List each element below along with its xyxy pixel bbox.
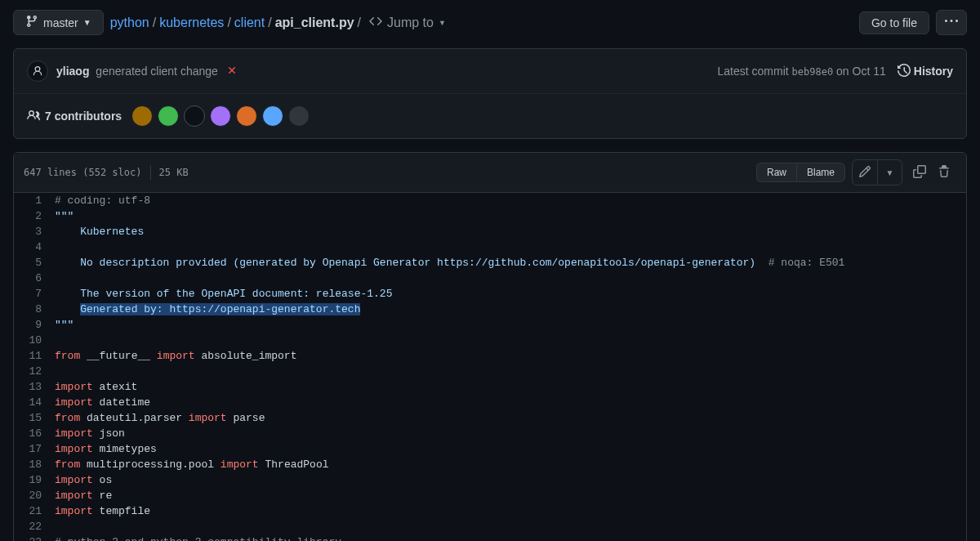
line-content[interactable]: The version of the OpenAPI document: rel… [55,286,966,302]
raw-button[interactable]: Raw [756,163,796,182]
line-number[interactable]: 14 [14,395,55,410]
contributor-avatar[interactable] [131,105,153,127]
code-line: 12 [14,364,966,379]
line-content[interactable]: No description provided (generated by Op… [55,255,966,270]
line-content[interactable]: """ [55,317,966,333]
line-content[interactable]: import os [55,472,966,488]
caret-down-icon: ▼ [439,19,446,27]
line-content[interactable]: # coding: utf-8 [55,193,966,208]
file-lines: 647 lines (552 sloc) [24,167,142,178]
contributor-avatars [131,105,310,127]
copy-button[interactable] [907,160,932,185]
contributors-row: 7 contributors [14,94,966,138]
code-view[interactable]: 1# coding: utf-82"""3 Kubernetes4 5 No d… [14,193,966,541]
code-line: 17import mimetypes [14,441,966,457]
code-line: 22 [14,519,966,534]
contributor-avatar[interactable] [236,105,257,127]
code-line: 15from dateutil.parser import parse [14,410,966,426]
line-content[interactable] [55,239,966,255]
breadcrumb-link[interactable]: python [110,16,149,30]
line-content[interactable]: # python 2 and python 3 compatibility li… [55,534,966,541]
line-number[interactable]: 8 [14,302,55,317]
code-line: 18from multiprocessing.pool import Threa… [14,457,966,472]
status-x-icon[interactable] [226,65,238,78]
line-content[interactable]: import datetime [55,395,966,410]
line-number[interactable]: 5 [14,255,55,270]
breadcrumb-link[interactable]: kubernetes [159,16,224,30]
line-number[interactable]: 3 [14,224,55,239]
contributor-avatar[interactable] [184,105,205,127]
breadcrumb-link[interactable]: client [234,16,265,30]
line-content[interactable]: import re [55,488,966,503]
line-content[interactable] [55,364,966,379]
jump-to-dropdown[interactable]: Jump to ▼ [369,15,446,31]
file-info-header: 647 lines (552 sloc) 25 KB Raw Blame ▼ [14,153,966,193]
line-number[interactable]: 4 [14,239,55,255]
delete-button[interactable] [932,160,956,185]
go-to-file-button[interactable]: Go to file [859,11,929,34]
line-number[interactable]: 7 [14,286,55,302]
line-number[interactable]: 21 [14,503,55,519]
commit-hash-link[interactable]: beb98e0 [792,66,834,78]
commit-bar: yliaog generated client change Latest co… [13,48,967,139]
branch-name: master [43,16,78,29]
line-number[interactable]: 19 [14,472,55,488]
line-content[interactable] [55,270,966,286]
trash-icon [938,165,951,181]
line-number[interactable]: 23 [14,534,55,541]
branch-selector[interactable]: master ▼ [13,10,104,35]
line-content[interactable]: """ [55,208,966,224]
line-content[interactable]: import json [55,426,966,441]
commit-meta: Latest commit beb98e0 on Oct 11 History [718,64,953,79]
line-number[interactable]: 15 [14,410,55,426]
line-number[interactable]: 16 [14,426,55,441]
file-header-row: master ▼ python/ kubernetes/ client/ api… [0,0,980,42]
file-box: 647 lines (552 sloc) 25 KB Raw Blame ▼ [13,152,967,541]
line-content[interactable]: import mimetypes [55,441,966,457]
line-number[interactable]: 22 [14,519,55,534]
line-number[interactable]: 17 [14,441,55,457]
history-link[interactable]: History [898,64,953,79]
code-line: 7 The version of the OpenAPI document: r… [14,286,966,302]
contributor-avatar[interactable] [158,105,179,127]
kebab-menu-button[interactable] [936,10,967,35]
pencil-icon [858,165,871,181]
caret-down-icon: ▼ [886,168,894,177]
contributor-avatar[interactable] [210,105,231,127]
blame-button[interactable]: Blame [796,163,845,182]
line-number[interactable]: 12 [14,364,55,379]
code-line: 20import re [14,488,966,503]
author-avatar[interactable] [27,60,48,82]
line-content[interactable] [55,333,966,348]
line-number[interactable]: 9 [14,317,55,333]
code-line: 16import json [14,426,966,441]
line-content[interactable]: from multiprocessing.pool import ThreadP… [55,457,966,472]
line-content[interactable]: Generated by: https://openapi-generator.… [55,302,966,317]
code-line: 2""" [14,208,966,224]
git-branch-icon [25,15,38,30]
commit-message-text[interactable]: generated client change [96,65,217,78]
line-number[interactable]: 20 [14,488,55,503]
commit-author[interactable]: yliaog [56,65,89,78]
contributors-count[interactable]: 7 contributors [27,109,122,124]
line-content[interactable]: from dateutil.parser import parse [55,410,966,426]
line-number[interactable]: 18 [14,457,55,472]
line-content[interactable] [55,519,966,534]
code-line: 9""" [14,317,966,333]
line-content[interactable]: from __future__ import absolute_import [55,348,966,364]
line-content[interactable]: import tempfile [55,503,966,519]
edit-dropdown-button[interactable]: ▼ [877,160,902,185]
code-line: 4 [14,239,966,255]
line-number[interactable]: 6 [14,270,55,286]
line-number[interactable]: 1 [14,193,55,208]
people-icon [27,109,40,124]
line-content[interactable]: Kubernetes [55,224,966,239]
line-number[interactable]: 10 [14,333,55,348]
line-content[interactable]: import atexit [55,379,966,395]
line-number[interactable]: 13 [14,379,55,395]
contributor-avatar[interactable] [288,105,310,127]
contributor-avatar[interactable] [262,105,283,127]
edit-button[interactable] [853,160,877,185]
line-number[interactable]: 2 [14,208,55,224]
line-number[interactable]: 11 [14,348,55,364]
